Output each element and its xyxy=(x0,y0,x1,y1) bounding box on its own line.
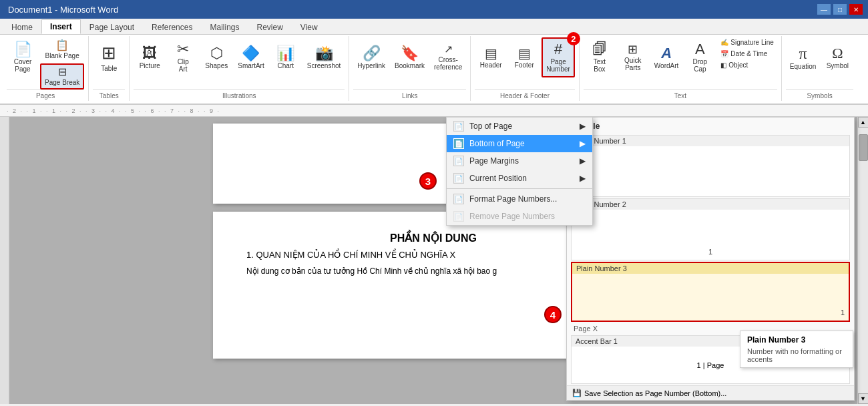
object-button[interactable]: ◧ Object xyxy=(717,60,777,70)
current-position-label: Current Position xyxy=(469,174,527,183)
bottom-of-page-label: Bottom of Page xyxy=(469,139,525,148)
ribbon-group-text: 🗐 TextBox ⊞ QuickParts A WordArt A DropC… xyxy=(580,36,782,101)
equation-button[interactable]: π Equation xyxy=(786,37,820,77)
tooltip-title: Plain Number 3 xyxy=(747,335,846,345)
tab-insert[interactable]: Insert xyxy=(41,19,81,34)
footer-icon: ▤ xyxy=(518,47,531,60)
object-label: Object xyxy=(728,61,748,69)
menu-current-position[interactable]: 📄 Current Position ▶ xyxy=(447,170,592,187)
tables-group-label: Tables xyxy=(93,89,125,99)
ribbon-group-symbols: π Equation Ω Symbol Symbols xyxy=(782,36,857,101)
tooltip-description: Number with no formatting or accents xyxy=(747,347,846,363)
tab-references[interactable]: References xyxy=(143,19,201,34)
cross-reference-label: Cross-reference xyxy=(434,56,462,71)
shapes-button[interactable]: ⬡ Shapes xyxy=(200,37,232,77)
save-selection-item[interactable]: 💾 Save Selection as Page Number (Bottom)… xyxy=(567,385,854,400)
page-number-icon: # xyxy=(554,42,562,57)
menu-format-page-numbers[interactable]: 📄 Format Page Numbers... xyxy=(447,190,592,208)
scroll-down-button[interactable]: ▼ xyxy=(858,393,869,404)
text-small-buttons: ✍ Signature Line 📅 Date & Time ◧ Object xyxy=(717,37,777,70)
plain-2-preview[interactable]: 1 xyxy=(572,210,849,260)
footer-button[interactable]: ▤ Footer xyxy=(508,37,540,77)
wordart-button[interactable]: A WordArt xyxy=(650,37,683,77)
smartart-button[interactable]: 🔷 SmartArt xyxy=(234,37,268,77)
gallery-item-plain-3[interactable]: Plain Number 3 1 xyxy=(571,262,850,322)
smartart-icon: 🔷 xyxy=(242,46,260,61)
blank-page-button[interactable]: 📋 Blank Page xyxy=(40,37,84,62)
page-margins-label: Page Margins xyxy=(469,156,519,166)
symbol-button[interactable]: Ω Symbol xyxy=(821,37,853,77)
text-buttons: 🗐 TextBox ⊞ QuickParts A WordArt A DropC… xyxy=(584,37,777,89)
page-number-button[interactable]: 2 # PageNumber xyxy=(541,37,575,77)
signature-line-button[interactable]: ✍ Signature Line xyxy=(717,37,777,47)
accent-bar-content: 1 | Page xyxy=(697,361,724,369)
page-break-button[interactable]: ⊟ Page Break xyxy=(40,63,84,89)
save-selection-label: Save Selection as Page Number (Bottom)..… xyxy=(584,389,726,397)
header-button[interactable]: ▤ Header xyxy=(475,37,507,77)
hyperlink-icon: 🔗 xyxy=(363,46,381,61)
blank-page-icon: 📋 xyxy=(55,40,69,51)
current-position-arrow: ▶ xyxy=(580,174,586,183)
drop-cap-icon: A xyxy=(695,42,705,57)
format-page-numbers-label: Format Page Numbers... xyxy=(469,194,557,204)
ribbon-group-tables: ⊞ Table Tables xyxy=(89,36,130,101)
tab-view[interactable]: View xyxy=(292,19,327,34)
table-button[interactable]: ⊞ Table xyxy=(93,37,125,77)
picture-button[interactable]: 🖼 Picture xyxy=(134,37,166,77)
scroll-up-button[interactable]: ▲ xyxy=(858,117,869,128)
date-time-button[interactable]: 📅 Date & Time xyxy=(717,49,777,59)
bookmark-button[interactable]: 🔖 Bookmark xyxy=(391,37,429,77)
minimize-button[interactable]: — xyxy=(817,4,831,15)
cover-page-label: CoverPage xyxy=(14,58,32,73)
scroll-track[interactable] xyxy=(858,128,869,393)
plain-2-number: 1 xyxy=(708,248,712,256)
menu-top-of-page[interactable]: 📄 Top of Page ▶ xyxy=(447,118,592,135)
clip-art-button[interactable]: ✂ ClipArt xyxy=(167,37,199,77)
picture-label: Picture xyxy=(140,62,160,69)
cover-page-button[interactable]: 📄 CoverPage xyxy=(7,37,39,77)
vertical-scrollbar[interactable]: ▲ ▼ xyxy=(857,117,868,404)
cross-reference-button[interactable]: ↗ Cross-reference xyxy=(430,37,466,77)
scroll-thumb[interactable] xyxy=(859,134,868,161)
gallery-section-simple: Simple xyxy=(567,118,854,134)
links-buttons: 🔗 Hyperlink 🔖 Bookmark ↗ Cross-reference xyxy=(353,37,466,89)
hyperlink-button[interactable]: 🔗 Hyperlink xyxy=(353,37,389,77)
tab-mailings[interactable]: Mailings xyxy=(201,19,248,34)
step-3-badge: 3 xyxy=(419,172,437,190)
picture-icon: 🖼 xyxy=(142,46,157,61)
top-of-page-arrow: ▶ xyxy=(580,122,586,131)
quick-parts-button[interactable]: ⊞ QuickParts xyxy=(617,37,649,77)
equation-label: Equation xyxy=(790,63,816,70)
plain-3-preview[interactable]: 1 xyxy=(572,274,849,321)
doc-title: Document1 - Microsoft Word xyxy=(8,5,118,15)
tab-page-layout[interactable]: Page Layout xyxy=(81,19,143,34)
document-body: Nội dung cơ bản của tư tưởng Hồ Chí Minh… xyxy=(246,265,620,277)
window-controls: — □ ✕ xyxy=(817,4,863,15)
drop-cap-button[interactable]: A DropCap xyxy=(684,37,716,77)
menu-page-margins[interactable]: 📄 Page Margins ▶ xyxy=(447,152,592,170)
drop-cap-label: DropCap xyxy=(693,58,708,73)
quick-parts-icon: ⊞ xyxy=(628,43,638,55)
tab-home[interactable]: Home xyxy=(3,19,41,34)
page-margins-icon: 📄 xyxy=(453,156,464,166)
signature-line-label: Signature Line xyxy=(730,39,774,46)
text-box-button[interactable]: 🗐 TextBox xyxy=(584,37,616,77)
menu-bottom-of-page[interactable]: 📄 Bottom of Page ▶ xyxy=(447,135,592,152)
hyperlink-label: Hyperlink xyxy=(357,62,385,69)
header-label: Header xyxy=(480,61,502,69)
screenshot-button[interactable]: 📸 Screenshot xyxy=(303,37,345,77)
header-footer-buttons: ▤ Header ▤ Footer 2 # PageNumber xyxy=(475,37,575,89)
menu-remove-page-numbers[interactable]: 📄 Remove Page Numbers xyxy=(447,208,592,225)
ribbon-group-pages: 📄 CoverPage 📋 Blank Page ⊟ Page Break Pa… xyxy=(3,36,89,101)
step-4-badge: 4 xyxy=(544,306,562,323)
symbol-label: Symbol xyxy=(827,62,849,69)
plain-1-preview[interactable]: 1 xyxy=(572,146,849,196)
document-section-title: PHẦN NỘI DUNG xyxy=(246,232,620,244)
restore-button[interactable]: □ xyxy=(833,4,847,15)
close-button[interactable]: ✕ xyxy=(849,4,863,15)
tooltip-plain-3: Plain Number 3 Number with no formatting… xyxy=(740,331,853,368)
chart-button[interactable]: 📊 Chart xyxy=(270,37,302,77)
page-number-dropdown: 📄 Top of Page ▶ 📄 Bottom of Page ▶ 📄 Pag… xyxy=(446,117,593,226)
tab-review[interactable]: Review xyxy=(248,19,291,34)
shapes-icon: ⬡ xyxy=(210,46,223,61)
